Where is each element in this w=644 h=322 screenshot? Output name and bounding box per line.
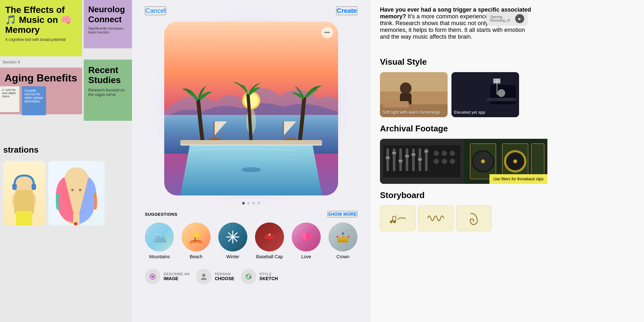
svg-point-35 — [246, 275, 248, 277]
svg-point-32 — [152, 276, 154, 278]
tool-describe[interactable]: DESCRIBE AN IMAGE — [145, 269, 190, 284]
svg-rect-42 — [383, 101, 409, 108]
svg-rect-27 — [337, 241, 348, 242]
svg-point-28 — [336, 236, 338, 238]
svg-point-48 — [497, 89, 505, 97]
archival-section: Archival Footage — [370, 117, 644, 184]
svg-point-79 — [513, 159, 517, 163]
winter-icon — [218, 223, 247, 251]
love-label: Love — [301, 254, 311, 259]
svg-rect-69 — [418, 158, 422, 161]
bottom-tools: DESCRIBE AN IMAGE PERSON CHOOSE — [132, 262, 370, 291]
svg-point-39 — [400, 82, 412, 94]
music-memory-section: Have you ever had a song trigger a speci… — [370, 0, 644, 51]
svg-point-82 — [393, 221, 396, 223]
suggestion-winter[interactable]: Winter — [218, 223, 247, 259]
describe-action: DESCRIBE AN — [164, 272, 190, 276]
svg-point-30 — [347, 236, 349, 238]
visual-style-section: Visual Style Soft light with warm furnis… — [370, 51, 644, 117]
center-panel: Cancel Create — [132, 0, 370, 322]
archival-card-records[interactable]: Use filters for throwback clips — [464, 139, 547, 184]
storyboard-card-3[interactable] — [456, 205, 491, 231]
svg-rect-1 — [12, 184, 17, 190]
person-name: CHOOSE — [215, 276, 234, 281]
right-panel: Have you ever had a song trigger a speci… — [370, 0, 644, 322]
card-compile-sources[interactable]: Compile sources for video upload descrip… — [22, 86, 46, 115]
storyboard-card-2[interactable] — [418, 205, 453, 231]
winter-label: Winter — [226, 254, 239, 259]
recording-label: Opening Recording_v3 — [490, 15, 513, 22]
svg-rect-55 — [412, 148, 415, 171]
suggestion-crown[interactable]: Crown — [328, 223, 357, 259]
tool-person[interactable]: PERSON CHOOSE — [196, 269, 234, 284]
card-music-memory-title: The Effects of 🎵 Music on 🧠 Memory — [5, 5, 77, 35]
storyboard-section: Storyboard — [370, 184, 644, 231]
svg-rect-65 — [392, 152, 396, 154]
suggestion-beach[interactable]: Beach — [182, 223, 211, 259]
svg-rect-67 — [405, 155, 409, 157]
card-music-memory-subtitle: A cognitive tool with broad potential — [5, 37, 77, 42]
dot-4[interactable] — [258, 202, 260, 204]
card-music-memory[interactable]: The Effects of 🎵 Music on 🧠 Memory A cog… — [0, 0, 82, 56]
style-name: SKETCH — [260, 276, 278, 281]
archival-card-mixing[interactable] — [380, 139, 464, 184]
suggestions-label: SUGGESTIONS — [145, 212, 177, 217]
illustration-colorful-girl — [48, 161, 105, 225]
style-text: STYLE SKETCH — [260, 272, 278, 281]
storyboard-card-1[interactable] — [380, 205, 415, 231]
illustration-girl-headphones — [3, 161, 45, 225]
mountains-label: Mountains — [149, 254, 170, 259]
suggestion-baseball-cap[interactable]: Baseball Cap — [255, 223, 284, 259]
card-neurology[interactable]: Neurolog Connect Significantly increases… — [84, 0, 132, 48]
crown-label: Crown — [336, 254, 349, 259]
person-action: PERSON — [215, 272, 234, 276]
card-small-text-content: A: Let's be sure aligns ctions — [2, 88, 16, 98]
style-card-warm-label: Soft light with warm furnishings — [383, 110, 440, 115]
svg-rect-2 — [32, 184, 36, 190]
suggestion-mountains[interactable]: Mountains — [145, 223, 174, 259]
beach-icon — [182, 223, 211, 251]
svg-point-4 — [71, 189, 74, 191]
more-options-button[interactable]: ••• — [321, 27, 333, 38]
card-compile-text: Compile sources for video upload descrip… — [24, 89, 43, 103]
dot-2[interactable] — [247, 202, 250, 204]
svg-point-60 — [450, 151, 455, 156]
style-icon — [241, 269, 256, 284]
main-image-container: ••• — [164, 22, 338, 195]
svg-rect-3 — [16, 211, 32, 225]
svg-point-59 — [442, 151, 447, 156]
card-recent-studies[interactable]: Recent Studies Research focused on the v… — [84, 60, 132, 121]
tool-style[interactable]: STYLE SKETCH — [241, 269, 278, 284]
create-button[interactable]: Create — [336, 6, 357, 15]
svg-rect-64 — [386, 156, 390, 159]
show-more-button[interactable]: SHOW MORE — [327, 211, 357, 217]
style-card-elevated[interactable]: Elevated yet app — [451, 72, 519, 117]
svg-point-7 — [74, 222, 77, 225]
card-recent-studies-title: Recent Studies — [88, 65, 129, 85]
suggestion-love[interactable]: Love — [292, 223, 321, 259]
dot-1[interactable] — [242, 202, 245, 204]
describe-icon — [145, 269, 160, 284]
card-recent-studies-subtitle: Research focused on the vagus nerve — [88, 88, 129, 97]
svg-point-33 — [202, 274, 205, 277]
svg-point-36 — [249, 276, 251, 278]
cancel-button[interactable]: Cancel — [145, 6, 166, 15]
suggestions-grid: Mountains Beach — [145, 223, 357, 259]
style-cards-container: Soft light with warm furnishings Elevate… — [380, 72, 634, 117]
illustrations-label: strations — [0, 145, 42, 155]
person-text: PERSON CHOOSE — [215, 272, 234, 281]
person-icon — [196, 269, 212, 284]
style-card-warm[interactable]: Soft light with warm furnishings — [380, 72, 448, 117]
describe-name: IMAGE — [164, 276, 190, 281]
mountains-icon — [145, 223, 174, 251]
left-panel: The Effects of 🎵 Music on 🧠 Memory A cog… — [0, 0, 132, 322]
svg-rect-45 — [487, 98, 516, 101]
play-button[interactable]: ▶ — [515, 14, 524, 23]
card-neurology-title: Neurolog Connect — [88, 5, 129, 24]
svg-rect-47 — [493, 79, 500, 83]
dot-3[interactable] — [252, 202, 255, 204]
svg-rect-51 — [386, 148, 389, 171]
baseball-cap-icon — [255, 223, 284, 251]
section4-label: Section 4 — [3, 60, 20, 64]
svg-point-5 — [79, 189, 81, 191]
